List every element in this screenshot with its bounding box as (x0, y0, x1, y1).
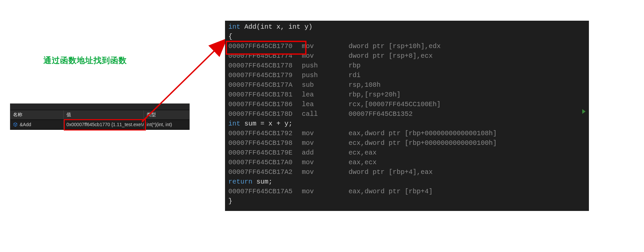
asm-mnemonic: push (302, 61, 349, 70)
asm-line: 00007FF645CB1778pushrbp (228, 61, 586, 70)
asm-mnemonic: mov (302, 187, 349, 196)
cube-icon (13, 122, 18, 127)
asm-address: 00007FF645CB17A0 (228, 158, 302, 167)
brace-open: { (228, 32, 586, 41)
watch-name-text: &Add (20, 122, 31, 127)
asm-address: 00007FF645CB1786 (228, 99, 302, 109)
asm-line: 00007FF645CB17A0moveax,ecx (228, 158, 586, 167)
asm-address: 00007FF645CB1770 (228, 41, 302, 51)
func-params: (int x, int y) (256, 23, 312, 31)
canvas: 通过函数地址找到函数 名称 值 类型 &Add 0x00007ff645cb17… (0, 0, 644, 252)
watch-header-value[interactable]: 值 (64, 110, 144, 119)
watch-window: 名称 值 类型 &Add 0x00007ff645cb1770 {1.11_te… (10, 103, 190, 130)
asm-mnemonic: sub (302, 80, 349, 90)
watch-cell-value: 0x00007ff645cb1770 {1.11_test.exe!Add(i.… (64, 120, 144, 129)
asm-operand: rcx,[00007FF645CC100Eh] (349, 99, 586, 109)
watch-cell-type: int(*)(int, int) (144, 120, 187, 129)
asm-line: 00007FF645CB17A5moveax,dword ptr [rbp+4] (228, 187, 586, 196)
asm-mnemonic: mov (302, 51, 349, 61)
asm-address: 00007FF645CB1778 (228, 61, 302, 70)
type-keyword: int (228, 23, 240, 31)
watch-value-text: 0x00007ff645cb1770 {1.11_test.exe!Add(i.… (66, 122, 144, 127)
asm-line: 00007FF645CB1774movdword ptr [rsp+8],ecx (228, 51, 586, 61)
asm-operand: 00007FF645CB1352 (349, 109, 579, 119)
asm-operand: rdi (349, 70, 586, 80)
asm-address: 00007FF645CB179E (228, 148, 302, 158)
asm-line: 00007FF645CB1798movecx,dword ptr [rbp+00… (228, 138, 586, 148)
asm-operand: ecx,dword ptr [rbp+0000000000000100h] (349, 138, 586, 148)
asm-mnemonic: push (302, 70, 349, 80)
asm-operand: dword ptr [rbp+4],eax (349, 167, 586, 177)
watch-type-text: int(*)(int, int) (147, 122, 172, 127)
asm-operand: ecx,eax (349, 148, 586, 158)
watch-header-row: 名称 值 类型 (10, 110, 189, 120)
asm-line: 00007FF645CB177Asubrsp,108h (228, 80, 586, 90)
asm-operand: rbp,[rsp+20h] (349, 90, 586, 99)
watch-header-type[interactable]: 类型 (144, 110, 187, 119)
asm-line: 00007FF645CB178Dcall00007FF645CB1352 (228, 109, 586, 119)
asm-address: 00007FF645CB178D (228, 109, 302, 119)
asm-line: 00007FF645CB179Eaddecx,eax (228, 148, 586, 158)
annotation-text: 通过函数地址找到函数 (43, 55, 127, 66)
asm-mnemonic: mov (302, 158, 349, 167)
disassembly-pane[interactable]: int Add(int x, int y) { 00007FF645CB1770… (225, 21, 589, 211)
asm-operand: eax,dword ptr [rbp+0000000000000108h] (349, 129, 586, 138)
asm-address: 00007FF645CB1779 (228, 70, 302, 80)
watch-titlebar (10, 104, 189, 110)
asm-operand: eax,dword ptr [rbp+4] (349, 187, 586, 196)
brace-close: } (228, 196, 586, 206)
watch-row[interactable]: &Add 0x00007ff645cb1770 {1.11_test.exe!A… (10, 120, 189, 130)
asm-address: 00007FF645CB1798 (228, 138, 302, 148)
asm-operand: rsp,108h (349, 80, 586, 90)
asm-operand: dword ptr [rsp+8],ecx (349, 51, 586, 61)
asm-mnemonic: mov (302, 41, 349, 51)
asm-block-b: 00007FF645CB1792moveax,dword ptr [rbp+00… (228, 129, 586, 177)
asm-address: 00007FF645CB1792 (228, 129, 302, 138)
asm-line: 00007FF645CB1770movdword ptr [rsp+10h],e… (228, 41, 586, 51)
asm-operand: dword ptr [rsp+10h],edx (349, 41, 586, 51)
watch-cell-name: &Add (10, 120, 64, 129)
asm-address: 00007FF645CB177A (228, 80, 302, 90)
asm-line: 00007FF645CB1779pushrdi (228, 70, 586, 80)
asm-address: 00007FF645CB17A2 (228, 167, 302, 177)
asm-mnemonic: lea (302, 99, 349, 109)
watch-header-name[interactable]: 名称 (10, 110, 64, 119)
asm-mnemonic: mov (302, 167, 349, 177)
asm-mnemonic: add (302, 148, 349, 158)
asm-block-a: 00007FF645CB1770movdword ptr [rsp+10h],e… (228, 41, 586, 119)
asm-line: 00007FF645CB1786learcx,[00007FF645CC100E… (228, 99, 586, 109)
asm-address: 00007FF645CB1774 (228, 51, 302, 61)
asm-block-c: 00007FF645CB17A5moveax,dword ptr [rbp+4] (228, 187, 586, 196)
asm-address: 00007FF645CB17A5 (228, 187, 302, 196)
asm-mnemonic: call (302, 109, 349, 119)
asm-line: 00007FF645CB17A2movdword ptr [rbp+4],eax (228, 167, 586, 177)
func-name: Add (244, 23, 256, 31)
source-line-signature: int Add(int x, int y) (228, 22, 586, 32)
asm-line: 00007FF645CB1792moveax,dword ptr [rbp+00… (228, 129, 586, 138)
asm-address: 00007FF645CB1781 (228, 90, 302, 99)
source-line-return: return sum; (228, 177, 586, 187)
asm-mnemonic: lea (302, 90, 349, 99)
asm-line: 00007FF645CB1781learbp,[rsp+20h] (228, 90, 586, 99)
play-icon[interactable] (582, 109, 586, 114)
source-line-sum: int sum = x + y; (228, 119, 586, 129)
asm-mnemonic: mov (302, 129, 349, 138)
asm-operand: eax,ecx (349, 158, 586, 167)
asm-mnemonic: mov (302, 138, 349, 148)
asm-operand: rbp (349, 61, 586, 70)
